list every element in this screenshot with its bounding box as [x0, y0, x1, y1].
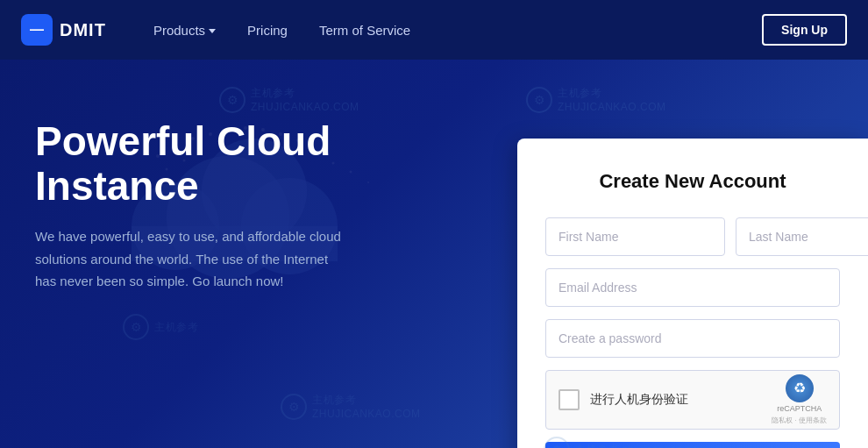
- nav-pricing[interactable]: Pricing: [231, 0, 303, 60]
- create-account-button[interactable]: Create Account: [545, 442, 840, 448]
- watermark-4: ⚙ 主机参考ZHUJICANKAO.COM: [281, 393, 421, 420]
- form-title: Create New Account: [545, 170, 840, 193]
- chevron-down-icon: [209, 29, 216, 33]
- nav-pricing-label: Pricing: [247, 23, 288, 38]
- watermark-text-2: 主机参考ZHUJICANKAO.COM: [558, 86, 666, 113]
- watermark-text-3: 主机参考: [154, 320, 198, 335]
- watermark-3: ⚙ 主机参考: [123, 314, 198, 340]
- recaptcha-badge-text: reCAPTCHA: [777, 404, 822, 415]
- hero-description: We have powerful, easy to use, and affor…: [35, 225, 351, 293]
- logo-text: DMIT: [60, 20, 106, 40]
- hero-section: Powerful Cloud Instance We have powerful…: [0, 60, 868, 448]
- recaptcha-logo-icon: ♻: [786, 374, 814, 402]
- navbar: — DMIT Products Pricing Term of Service …: [0, 0, 868, 60]
- hero-content: Powerful Cloud Instance We have powerful…: [35, 102, 456, 293]
- nav-products-label: Products: [153, 23, 205, 38]
- nav-tos-label: Term of Service: [319, 23, 410, 38]
- hero-title: Powerful Cloud Instance: [35, 119, 456, 208]
- watermark-text-4: 主机参考ZHUJICANKAO.COM: [312, 393, 421, 420]
- logo[interactable]: — DMIT: [21, 14, 106, 46]
- name-row: [545, 217, 840, 256]
- watermark-icon-2: ⚙: [526, 87, 552, 113]
- nav-products[interactable]: Products: [138, 0, 231, 60]
- first-name-input[interactable]: [545, 217, 725, 256]
- recaptcha-checkbox[interactable]: [559, 389, 580, 410]
- recaptcha-sub-text: 隐私权 · 使用条款: [772, 416, 827, 425]
- logo-icon: —: [21, 14, 53, 46]
- email-input[interactable]: [545, 268, 840, 307]
- recaptcha-box[interactable]: 进行人机身份验证 ♻ reCAPTCHA 隐私权 · 使用条款: [545, 370, 840, 430]
- watermark-icon-3: ⚙: [123, 314, 149, 340]
- recaptcha-branding: ♻ reCAPTCHA 隐私权 · 使用条款: [772, 374, 827, 426]
- nav-links: Products Pricing Term of Service: [138, 0, 762, 60]
- last-name-input[interactable]: [736, 217, 868, 256]
- signup-form-card: Create New Account 进行人机身份验证 ♻ reCAPTCHA …: [517, 139, 868, 448]
- signup-button[interactable]: Sign Up: [762, 14, 847, 46]
- watermark-2: ⚙ 主机参考ZHUJICANKAO.COM: [526, 86, 666, 113]
- password-input[interactable]: [545, 319, 840, 358]
- recaptcha-label: 进行人机身份验证: [590, 392, 761, 408]
- nav-tos[interactable]: Term of Service: [303, 0, 426, 60]
- watermark-icon-4: ⚙: [281, 394, 307, 420]
